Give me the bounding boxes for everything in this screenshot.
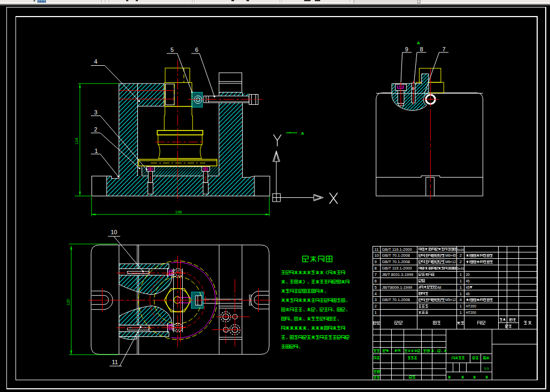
svg-text:GB/T 70.1-2008: GB/T 70.1-2008 (382, 253, 410, 258)
svg-text:9: 9 (405, 46, 408, 52)
svg-text:5: 5 (375, 285, 377, 290)
svg-text:11: 11 (112, 359, 118, 365)
svg-text:5x20: 5x20 (457, 248, 464, 251)
svg-text:9: 9 (375, 259, 377, 264)
svg-text:JB/T 8031.3-1999: JB/T 8031.3-1999 (382, 272, 414, 277)
svg-text:5: 5 (171, 47, 174, 53)
svg-text:GB/T 70.1-2008: GB/T 70.1-2008 (382, 259, 410, 264)
svg-text:45: 45 (466, 279, 470, 283)
svg-text:4: 4 (94, 58, 97, 65)
svg-text:7: 7 (442, 46, 445, 52)
svg-text:JB/T8009.1-1999: JB/T8009.1-1999 (382, 285, 413, 290)
svg-text:7: 7 (375, 272, 377, 277)
svg-text:1: 1 (95, 148, 98, 154)
svg-text:8: 8 (420, 46, 423, 52)
svg-text:20: 20 (466, 273, 470, 276)
svg-text:1: 1 (460, 310, 462, 315)
svg-text:HT200: HT200 (466, 311, 477, 314)
svg-text:5x32: 5x32 (457, 266, 464, 270)
svg-text:1: 1 (460, 304, 462, 309)
svg-text:6: 6 (375, 279, 377, 283)
svg-text:GB/T 70.1-2008: GB/T 70.1-2008 (382, 297, 410, 302)
svg-text:10: 10 (111, 229, 117, 235)
svg-text:2: 2 (460, 253, 462, 258)
svg-text:4: 4 (375, 291, 377, 296)
svg-text:M5×12: M5×12 (445, 298, 456, 302)
svg-text:1: 1 (375, 310, 377, 315)
svg-text:3: 3 (375, 297, 377, 302)
svg-text:-: - (428, 248, 429, 251)
svg-text:HT200: HT200 (466, 304, 477, 308)
svg-text:45: 45 (466, 286, 470, 289)
svg-text:8: 8 (375, 266, 377, 271)
svg-text:A8: A8 (437, 286, 441, 289)
svg-text:A: A (301, 131, 304, 136)
svg-text:2: 2 (460, 259, 462, 264)
svg-text:GB/T 119.1-2000: GB/T 119.1-2000 (382, 247, 412, 252)
svg-text:124: 124 (74, 138, 79, 145)
svg-text:6: 6 (195, 47, 198, 53)
svg-text:4: 4 (460, 297, 462, 302)
svg-text:M6×12: M6×12 (445, 260, 456, 264)
svg-text:120: 120 (66, 299, 71, 306)
svg-text:1: 1 (460, 279, 462, 283)
svg-text:1: 1 (460, 285, 462, 290)
svg-text:196: 196 (175, 210, 182, 214)
svg-text:A: A (417, 41, 420, 45)
svg-text:2: 2 (375, 304, 377, 309)
svg-text:M6×45: M6×45 (445, 253, 456, 257)
svg-text:11: 11 (375, 247, 379, 252)
svg-text:1: 1 (460, 291, 462, 296)
svg-text:-: - (428, 266, 429, 270)
svg-text:1: 1 (460, 272, 462, 277)
svg-text:2: 2 (94, 126, 97, 133)
svg-text:GB/T 119.1-2000: GB/T 119.1-2000 (382, 266, 412, 271)
svg-text:45: 45 (466, 292, 470, 296)
svg-text:1:1: 1:1 (484, 366, 490, 370)
svg-text:10: 10 (375, 253, 379, 258)
svg-text:3: 3 (94, 109, 97, 116)
